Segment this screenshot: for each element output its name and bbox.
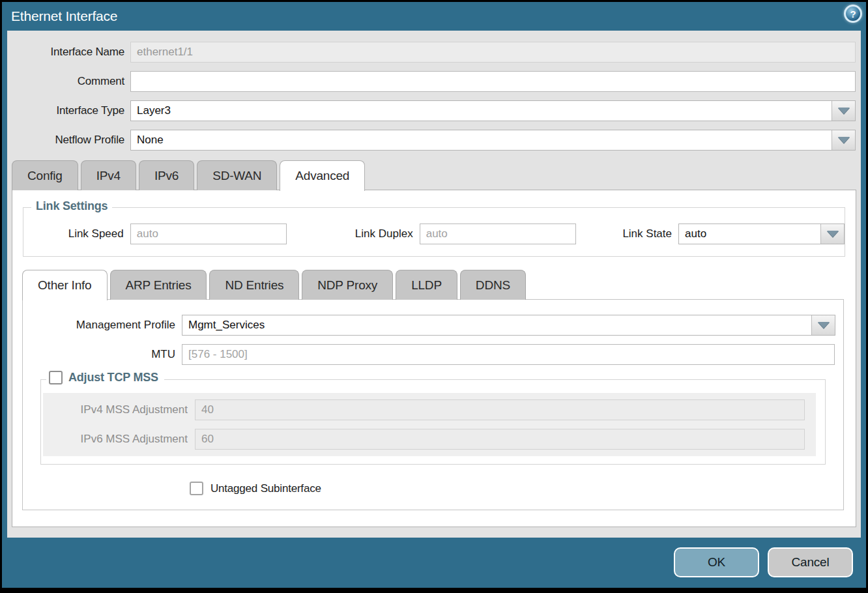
- link-settings-row: Link Speed Link Duplex Link State: [23, 224, 845, 244]
- interface-name-field: [130, 42, 856, 63]
- link-speed-field[interactable]: [130, 224, 287, 244]
- interface-name-row: Interface Name: [7, 42, 861, 63]
- management-profile-value[interactable]: [182, 315, 811, 335]
- interface-type-dropdown-trigger[interactable]: [832, 101, 855, 121]
- ipv6-mss-label: IPv6 MSS Adjustment: [43, 433, 195, 446]
- link-duplex-field[interactable]: [420, 224, 577, 244]
- chevron-down-icon: [818, 322, 830, 328]
- netflow-profile-row: Netflow Profile: [7, 130, 861, 151]
- ethernet-interface-dialog: Ethernet Interface ? Interface Name Comm…: [2, 2, 866, 588]
- link-state-label: Link State: [615, 227, 678, 240]
- link-speed-label: Link Speed: [23, 227, 130, 240]
- comment-row: Comment: [7, 71, 861, 92]
- link-state-select[interactable]: [678, 224, 845, 244]
- tab-ndp-proxy[interactable]: NDP Proxy: [302, 270, 393, 300]
- chevron-down-icon: [838, 137, 850, 143]
- untagged-subinterface-label: Untagged Subinterface: [210, 482, 321, 495]
- netflow-profile-dropdown-trigger[interactable]: [832, 130, 855, 150]
- dialog-titlebar: Ethernet Interface ?: [2, 2, 866, 31]
- adjust-tcp-mss-legend: Adjust TCP MSS: [46, 371, 164, 384]
- dialog-body: Interface Name Comment Interface Type Ne…: [7, 31, 861, 538]
- interface-type-select[interactable]: [130, 100, 856, 121]
- chevron-down-icon: [838, 108, 850, 114]
- untagged-subinterface-row: Untagged Subinterface: [190, 482, 843, 495]
- tab-ipv6[interactable]: IPv6: [139, 160, 194, 190]
- mtu-row: MTU: [23, 344, 843, 365]
- interface-type-row: Interface Type: [7, 100, 861, 121]
- main-tabs: Config IPv4 IPv6 SD-WAN Advanced: [12, 160, 861, 190]
- comment-field[interactable]: [130, 71, 856, 92]
- management-profile-dropdown-trigger[interactable]: [811, 315, 835, 335]
- netflow-profile-select[interactable]: [130, 130, 856, 151]
- tab-other-info[interactable]: Other Info: [22, 270, 108, 300]
- management-profile-select[interactable]: [182, 315, 835, 336]
- link-state-value[interactable]: [679, 224, 820, 244]
- chevron-down-icon: [827, 231, 839, 237]
- tab-ipv4[interactable]: IPv4: [81, 160, 136, 190]
- adjust-tcp-mss-fieldset: Adjust TCP MSS IPv4 MSS Adjustment IPv6 …: [40, 379, 826, 465]
- advanced-tab-panel: Link Settings Link Speed Link Duplex Lin…: [12, 190, 856, 527]
- other-info-panel: Management Profile MTU: [22, 299, 844, 510]
- ipv6-mss-row: IPv6 MSS Adjustment: [43, 429, 816, 450]
- ipv4-mss-field: [195, 399, 805, 420]
- netflow-profile-label: Netflow Profile: [7, 134, 130, 147]
- mtu-field[interactable]: [182, 344, 835, 365]
- link-settings-fieldset: Link Settings Link Speed Link Duplex Lin…: [23, 207, 845, 257]
- dialog-footer: OK Cancel: [2, 538, 866, 588]
- tab-nd-entries[interactable]: ND Entries: [209, 270, 299, 300]
- dialog-title: Ethernet Interface: [11, 8, 117, 24]
- link-settings-legend: Link Settings: [31, 199, 112, 213]
- sub-tabs: Other Info ARP Entries ND Entries NDP Pr…: [22, 270, 856, 300]
- ipv4-mss-row: IPv4 MSS Adjustment: [43, 399, 816, 420]
- management-profile-row: Management Profile: [23, 315, 843, 336]
- ipv6-mss-field: [195, 429, 805, 450]
- interface-name-label: Interface Name: [7, 46, 130, 59]
- tab-arp-entries[interactable]: ARP Entries: [110, 270, 207, 300]
- screen: Ethernet Interface ? Interface Name Comm…: [0, 0, 868, 593]
- tab-ddns[interactable]: DDNS: [460, 270, 526, 300]
- tab-advanced[interactable]: Advanced: [280, 160, 365, 191]
- interface-type-label: Interface Type: [7, 104, 130, 117]
- tab-config[interactable]: Config: [12, 160, 78, 190]
- interface-type-value[interactable]: [131, 101, 832, 121]
- adjust-tcp-mss-caption: Adjust TCP MSS: [68, 371, 158, 384]
- tab-sd-wan[interactable]: SD-WAN: [197, 160, 277, 190]
- help-icon[interactable]: ?: [844, 5, 862, 23]
- tab-lldp[interactable]: LLDP: [396, 270, 457, 300]
- comment-label: Comment: [7, 75, 130, 88]
- link-duplex-label: Link Duplex: [319, 227, 419, 240]
- link-state-dropdown-trigger[interactable]: [820, 224, 844, 244]
- ipv4-mss-label: IPv4 MSS Adjustment: [43, 403, 195, 416]
- mtu-label: MTU: [23, 348, 182, 361]
- mss-disabled-panel: IPv4 MSS Adjustment IPv6 MSS Adjustment: [43, 393, 816, 456]
- untagged-subinterface-checkbox[interactable]: [190, 482, 203, 495]
- netflow-profile-value[interactable]: [131, 130, 832, 150]
- ok-button[interactable]: OK: [674, 547, 759, 577]
- management-profile-label: Management Profile: [23, 319, 182, 332]
- adjust-tcp-mss-checkbox[interactable]: [49, 371, 63, 384]
- cancel-button[interactable]: Cancel: [768, 547, 853, 577]
